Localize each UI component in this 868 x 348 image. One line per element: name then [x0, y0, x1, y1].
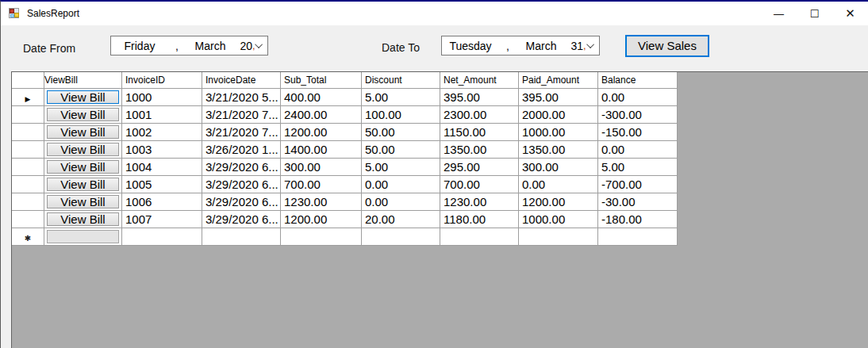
cell-paid_amount[interactable]: 1200.00	[519, 193, 598, 211]
column-header-discount[interactable]: Discount	[362, 72, 440, 89]
cell-invoice_date[interactable]: 3/29/2020 6...	[202, 159, 281, 176]
column-header-balance[interactable]: Balance	[598, 72, 678, 89]
column-header-viewbill[interactable]: ViewBill	[44, 72, 122, 89]
cell-sub_total[interactable]: 1230.00	[281, 193, 362, 211]
view-bill-cell: View Bill	[44, 159, 122, 176]
view-bill-button[interactable]: View Bill	[47, 212, 119, 226]
row-header-cell[interactable]	[12, 141, 44, 159]
column-header-sub_total[interactable]: Sub_Total	[281, 72, 362, 89]
new-row-header-cell[interactable]: ✱	[12, 228, 44, 246]
empty-cell[interactable]	[362, 228, 440, 246]
cell-balance[interactable]: -30.00	[598, 193, 678, 211]
table-row: View Bill10053/29/2020 6...700.000.00700…	[12, 176, 678, 193]
row-header-cell[interactable]	[12, 124, 44, 141]
empty-cell[interactable]	[281, 228, 362, 246]
empty-cell[interactable]	[598, 228, 678, 246]
cell-invoice_id[interactable]: 1003	[122, 141, 202, 159]
row-header-cell[interactable]	[12, 193, 44, 211]
cell-invoice_date[interactable]: 3/26/2020 1...	[202, 141, 281, 159]
column-header-invoiceid[interactable]: InvoiceID	[122, 72, 202, 89]
cell-balance[interactable]: -180.00	[598, 211, 678, 228]
date-from-picker[interactable]: Friday , March 20 ,	[110, 36, 268, 55]
cell-net_amount[interactable]: 1230.00	[440, 193, 519, 211]
cell-net_amount[interactable]: 2300.00	[440, 106, 519, 124]
cell-sub_total[interactable]: 1200.00	[281, 211, 362, 228]
column-header-invoicedate[interactable]: InvoiceDate	[202, 72, 281, 89]
cell-discount[interactable]: 50.00	[362, 141, 440, 159]
cell-net_amount[interactable]: 1180.00	[440, 211, 519, 228]
cell-invoice_id[interactable]: 1004	[122, 159, 202, 176]
cell-net_amount[interactable]: 700.00	[440, 176, 519, 193]
row-header-cell[interactable]	[12, 106, 44, 124]
cell-net_amount[interactable]: 395.00	[440, 89, 519, 106]
view-bill-button[interactable]: View Bill	[47, 90, 119, 104]
sales-data-grid[interactable]: ViewBillInvoiceIDInvoiceDateSub_TotalDis…	[11, 71, 868, 348]
cell-net_amount[interactable]: 1350.00	[440, 141, 519, 159]
cell-sub_total[interactable]: 300.00	[281, 159, 362, 176]
column-header-paid_amount[interactable]: Paid_Amount	[519, 72, 598, 89]
minimize-button[interactable]: —	[761, 2, 797, 25]
row-header-cell[interactable]	[12, 211, 44, 228]
cell-paid_amount[interactable]: 1350.00	[519, 141, 598, 159]
empty-cell[interactable]	[440, 228, 519, 246]
cell-discount[interactable]: 0.00	[362, 176, 440, 193]
maximize-button[interactable]: ☐	[797, 2, 832, 25]
column-header-net_amount[interactable]: Net_Amount	[440, 72, 519, 89]
cell-invoice_id[interactable]: 1007	[122, 211, 202, 228]
chevron-down-icon[interactable]	[255, 40, 263, 48]
view-bill-button[interactable]: View Bill	[47, 125, 119, 139]
cell-net_amount[interactable]: 1150.00	[440, 124, 519, 141]
cell-discount[interactable]: 100.00	[362, 106, 440, 124]
row-header-cell[interactable]: ▶	[12, 89, 44, 106]
view-bill-button[interactable]: View Bill	[47, 143, 119, 156]
cell-balance[interactable]: 0.00	[598, 141, 678, 159]
chevron-down-icon[interactable]	[586, 40, 594, 48]
cell-invoice_id[interactable]: 1001	[122, 106, 202, 124]
cell-discount[interactable]: 5.00	[362, 89, 440, 106]
cell-invoice_date[interactable]: 3/29/2020 6...	[202, 176, 281, 193]
empty-cell[interactable]	[122, 228, 202, 246]
cell-paid_amount[interactable]: 300.00	[519, 159, 598, 176]
cell-sub_total[interactable]: 1200.00	[281, 124, 362, 141]
date-to-picker[interactable]: Tuesday , March 31 ,	[441, 36, 600, 55]
cell-invoice_date[interactable]: 3/29/2020 6...	[202, 211, 281, 228]
close-button[interactable]: ✕	[832, 2, 868, 25]
cell-paid_amount[interactable]: 2000.00	[519, 106, 598, 124]
cell-discount[interactable]: 20.00	[362, 211, 440, 228]
cell-balance[interactable]: -300.00	[598, 106, 678, 124]
cell-sub_total[interactable]: 2400.00	[281, 106, 362, 124]
row-header-cell[interactable]	[12, 159, 44, 176]
view-sales-button[interactable]: View Sales	[625, 35, 709, 57]
cell-balance[interactable]: -700.00	[598, 176, 678, 193]
cell-net_amount[interactable]: 295.00	[440, 159, 519, 176]
cell-balance[interactable]: 0.00	[598, 89, 678, 106]
cell-balance[interactable]: -150.00	[598, 124, 678, 141]
view-bill-button[interactable]: View Bill	[47, 108, 119, 121]
cell-discount[interactable]: 50.00	[362, 124, 440, 141]
cell-paid_amount[interactable]: 0.00	[519, 176, 598, 193]
cell-invoice_id[interactable]: 1005	[122, 176, 202, 193]
cell-invoice_id[interactable]: 1000	[122, 89, 202, 106]
cell-paid_amount[interactable]: 395.00	[519, 89, 598, 106]
cell-invoice_date[interactable]: 3/21/2020 5...	[202, 89, 281, 106]
cell-sub_total[interactable]: 400.00	[281, 89, 362, 106]
cell-invoice_date[interactable]: 3/21/2020 7...	[202, 124, 281, 141]
empty-cell[interactable]	[519, 228, 598, 246]
cell-paid_amount[interactable]: 1000.00	[519, 124, 598, 141]
empty-cell[interactable]	[202, 228, 281, 246]
cell-sub_total[interactable]: 700.00	[281, 176, 362, 193]
view-bill-button[interactable]: View Bill	[47, 195, 119, 208]
cell-invoice_date[interactable]: 3/29/2020 6...	[202, 193, 281, 211]
view-bill-button[interactable]: View Bill	[47, 178, 119, 191]
row-header-cell[interactable]	[12, 176, 44, 193]
view-bill-button[interactable]: View Bill	[47, 160, 119, 174]
cell-invoice_id[interactable]: 1006	[122, 193, 202, 211]
cell-sub_total[interactable]: 1400.00	[281, 141, 362, 159]
cell-discount[interactable]: 0.00	[362, 193, 440, 211]
cell-paid_amount[interactable]: 1000.00	[519, 211, 598, 228]
cell-invoice_date[interactable]: 3/21/2020 7...	[202, 106, 281, 124]
view-bill-button-empty[interactable]	[47, 230, 119, 243]
cell-invoice_id[interactable]: 1002	[122, 124, 202, 141]
cell-discount[interactable]: 5.00	[362, 159, 440, 176]
cell-balance[interactable]: 5.00	[598, 159, 678, 176]
